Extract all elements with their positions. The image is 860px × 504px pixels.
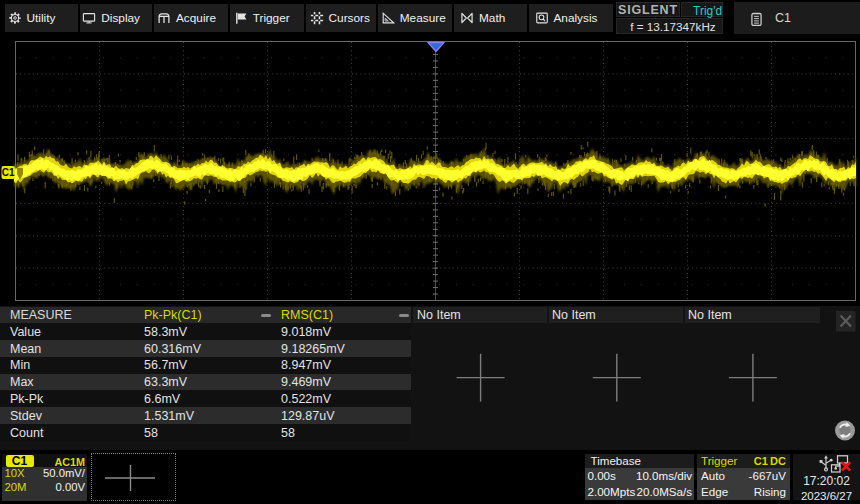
svg-text:C1: C1 xyxy=(2,167,15,178)
